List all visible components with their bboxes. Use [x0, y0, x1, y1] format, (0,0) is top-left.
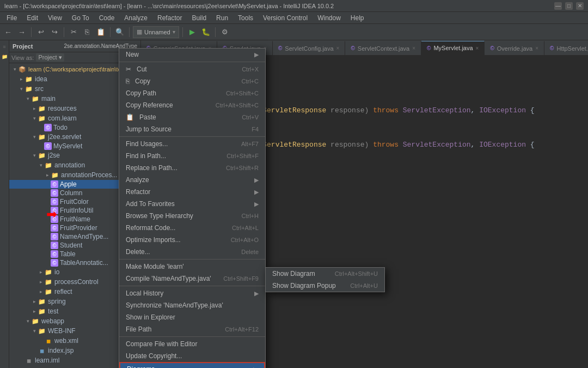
tab-override[interactable]: © Override.java ×: [485, 41, 544, 55]
ctx-findinpath-label: Find in Path...: [126, 152, 166, 160]
menu-tools[interactable]: Tools: [234, 13, 258, 23]
tb-run[interactable]: ▶: [186, 26, 198, 38]
tb-redo[interactable]: ↪: [48, 26, 60, 38]
ctx-localhistory-arrow: ▶: [254, 290, 259, 297]
panel-title: Project: [13, 43, 33, 50]
close-button[interactable]: ✕: [576, 2, 584, 10]
ctx-replaceinpath[interactable]: Replace in Path... Ctrl+Shift+R: [119, 162, 265, 174]
tb-back[interactable]: ←: [2, 26, 14, 38]
minimize-button[interactable]: —: [554, 2, 562, 10]
ctx-findusages-shortcut: Alt+F7: [241, 141, 259, 147]
tab-myservlet[interactable]: © MyServlet.java ×: [421, 41, 485, 55]
ctx-findusages[interactable]: Find Usages... Alt+F7: [119, 138, 265, 150]
tb-combo[interactable]: ▦ Unnamed ▾: [133, 26, 179, 38]
ctx-analyze[interactable]: Analyze ▶: [119, 174, 265, 186]
ctx-filepath[interactable]: File Path Ctrl+Alt+F12: [119, 323, 265, 335]
submenu-showdiagram[interactable]: Show Diagram Ctrl+Alt+Shift+U: [266, 268, 384, 280]
menu-view[interactable]: View: [44, 13, 66, 23]
ctx-reformatcode-label: Reformat Code...: [126, 224, 175, 232]
left-sidebar-icons: ≡ 📁: [0, 40, 9, 368]
ctx-new[interactable]: New ▶: [119, 49, 265, 61]
ctx-diagrams[interactable]: Diagrams ▶: [119, 362, 265, 368]
tab-httpservlet[interactable]: © HttpServlet.java ×: [544, 41, 588, 55]
menu-goto[interactable]: Go To: [68, 13, 94, 23]
ctx-paste[interactable]: 📋Paste Ctrl+V: [119, 111, 265, 123]
ctx-showinexplorer[interactable]: Show in Explorer: [119, 311, 265, 323]
ctx-paste-label: Paste: [139, 113, 156, 121]
ctx-copypath-label: Copy Path: [126, 89, 156, 97]
ctx-comparefilewith[interactable]: Compare File with Editor: [119, 338, 265, 350]
tab-close-servletcontext[interactable]: ×: [412, 45, 415, 51]
tab-close-myservlet[interactable]: ×: [476, 45, 479, 51]
menu-analyze[interactable]: Analyze: [120, 13, 152, 23]
ctx-browsetypehierarchy[interactable]: Browse Type Hierarchy Ctrl+H: [119, 210, 265, 222]
submenu-showdiagram-shortcut: Ctrl+Alt+Shift+U: [335, 270, 378, 277]
ctx-copy-label: Copy: [135, 77, 150, 85]
tb-search[interactable]: 🔍: [114, 26, 126, 38]
left-icon-1[interactable]: ≡: [0, 43, 9, 51]
ctx-compile-shortcut: Ctrl+Shift+F9: [223, 275, 259, 282]
ctx-updatecopyright[interactable]: Update Copyright...: [119, 350, 265, 362]
tab-servletcontext[interactable]: © ServletContext.java ×: [345, 41, 421, 55]
ctx-localhistory[interactable]: Local History ▶: [119, 287, 265, 299]
ctx-sep4: [119, 286, 265, 286]
ctx-analyze-label: Analyze: [126, 176, 149, 184]
ctx-optimizeimports-label: Optimize Imports...: [126, 236, 181, 244]
menu-file[interactable]: File: [2, 13, 21, 23]
ctx-compile[interactable]: Compile 'NameAndType.java' Ctrl+Shift+F9: [119, 273, 265, 285]
ctx-delete[interactable]: Delete... Delete: [119, 246, 265, 258]
ctx-localhistory-label: Local History: [126, 289, 163, 297]
tb-settings[interactable]: ⚙: [219, 26, 231, 38]
ctx-addtofavorites[interactable]: Add To Favorites ▶: [119, 198, 265, 210]
tb-paste[interactable]: 📋: [95, 26, 107, 38]
ctx-jumptosource[interactable]: Jump to Source F4: [119, 123, 265, 135]
menu-code[interactable]: Code: [95, 13, 119, 23]
ctx-copyreference-label: Copy Reference: [126, 101, 173, 109]
ctx-copy[interactable]: ⎘Copy Ctrl+C: [119, 75, 265, 87]
ctx-copyreference[interactable]: Copy Reference Ctrl+Alt+Shift+C: [119, 99, 265, 111]
ctx-browsetypehierarchy-shortcut: Ctrl+H: [242, 213, 259, 219]
ctx-synchronize-label: Synchronize 'NameAndType.java': [126, 301, 223, 309]
left-icon-2[interactable]: 📁: [0, 52, 9, 61]
menu-run[interactable]: Run: [212, 13, 232, 23]
menu-build[interactable]: Build: [187, 13, 211, 23]
maximize-button[interactable]: □: [565, 2, 573, 10]
menu-window[interactable]: Window: [313, 13, 345, 23]
context-menu-popup: New ▶ ✂Cut Ctrl+X ⎘Copy Ctrl+C Copy Path…: [119, 48, 266, 368]
ctx-compile-label: Compile 'NameAndType.java': [126, 275, 211, 282]
tab-close-servletconfig[interactable]: ×: [336, 45, 340, 51]
ctx-copypath[interactable]: Copy Path Ctrl+Shift+C: [119, 87, 265, 99]
tb-debug[interactable]: 🐛: [200, 26, 212, 38]
project-dropdown[interactable]: Project ▾: [36, 53, 64, 62]
ctx-copypath-shortcut: Ctrl+Shift+C: [226, 90, 259, 96]
menu-edit[interactable]: Edit: [22, 13, 42, 23]
tb-sep2: [64, 27, 64, 37]
menu-help[interactable]: Help: [346, 13, 369, 23]
ctx-paste-shortcut: Ctrl+V: [242, 114, 259, 120]
ctx-reformatcode-shortcut: Ctrl+Alt+L: [232, 225, 259, 231]
ctx-refactor[interactable]: Refactor ▶: [119, 186, 265, 198]
tb-undo[interactable]: ↩: [35, 26, 47, 38]
diagrams-submenu: Show Diagram Ctrl+Alt+Shift+U Show Diagr…: [265, 267, 385, 292]
tb-cut[interactable]: ✂: [68, 26, 79, 38]
menu-refactor[interactable]: Refactor: [153, 13, 186, 23]
titlebar-title: learn - [C:\workspace\project\train\test…: [4, 3, 554, 9]
ctx-cut[interactable]: ✂Cut Ctrl+X: [119, 63, 265, 75]
ctx-sep3: [119, 259, 265, 260]
tb-copy[interactable]: ⎘: [81, 26, 93, 38]
menu-vcs[interactable]: Version Control: [259, 13, 312, 23]
submenu-showdiagrampopup[interactable]: Show Diagram Popup Ctrl+Alt+U: [266, 280, 384, 292]
ctx-findinpath[interactable]: Find in Path... Ctrl+Shift+F: [119, 150, 265, 162]
tab-servletconfig[interactable]: © ServletConfig.java ×: [273, 41, 346, 55]
ctx-optimizeimports[interactable]: Optimize Imports... Ctrl+Alt+O: [119, 234, 265, 246]
tab-close-override[interactable]: ×: [535, 45, 538, 51]
ctx-synchronize[interactable]: Synchronize 'NameAndType.java': [119, 299, 265, 311]
ctx-new-label: New: [126, 51, 139, 58]
tb-forward[interactable]: →: [16, 26, 28, 38]
ctx-makemodule[interactable]: Make Module 'learn': [119, 261, 265, 273]
ctx-sep1: [119, 62, 265, 62]
ctx-reformatcode[interactable]: Reformat Code... Ctrl+Alt+L: [119, 222, 265, 234]
submenu-showdiagrampopup-shortcut: Ctrl+Alt+U: [350, 282, 378, 289]
tb-sep4: [129, 27, 130, 37]
submenu-showdiagrampopup-label: Show Diagram Popup: [272, 282, 336, 289]
